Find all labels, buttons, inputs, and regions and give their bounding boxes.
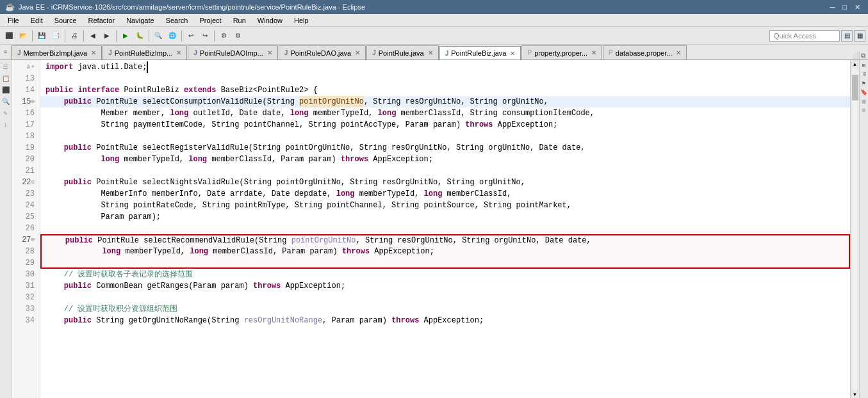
sidebar-icon-2[interactable]: 📋	[1, 74, 10, 83]
sidebar-right-icon5[interactable]: ▤	[860, 97, 868, 105]
toolbar-globe[interactable]: 🌐	[166, 29, 179, 42]
toolbar-layout1[interactable]: ▤	[841, 30, 853, 42]
toolbar-prev[interactable]: ◀	[86, 29, 99, 42]
java-icon2: J	[108, 49, 112, 56]
toolbar-layout2[interactable]: ▦	[854, 30, 865, 42]
title-bar: ☕ Java EE - iCRMService-1026/src/com/arm…	[0, 0, 868, 14]
toolbar-misc1[interactable]: ⚙	[217, 29, 230, 42]
line-num-15: 15⊖	[12, 96, 37, 107]
tab-close6[interactable]: ✕	[510, 50, 515, 57]
tab-close3[interactable]: ✕	[267, 49, 272, 56]
tab-property[interactable]: P property.proper... ✕	[521, 45, 602, 60]
restore-editor-btn[interactable]: ⧉	[861, 52, 865, 60]
sidebar-right-icon1[interactable]: ⊞	[860, 61, 868, 69]
toolbar-search[interactable]: 🔍	[152, 29, 165, 42]
code-line-23: MemberInfo memberInfo, Date arrdate, Dat…	[40, 188, 850, 200]
toolbar-save-all[interactable]: 📑	[49, 29, 62, 42]
toolbar-sep7	[214, 30, 215, 42]
code-line-16: Member member, long outletId, Date date,…	[40, 107, 850, 119]
line-num-34: 34	[12, 315, 37, 326]
sidebar-toggle[interactable]: ≡	[0, 45, 12, 60]
line-num-20: 20	[12, 154, 37, 165]
tab-close5[interactable]: ✕	[428, 49, 433, 56]
tab-pointruledao[interactable]: J PointRuleDAO.java ✕	[279, 45, 366, 60]
toolbar-new[interactable]: ⬛	[3, 29, 15, 42]
sidebar-icon-6[interactable]: ↕	[1, 120, 10, 129]
toolbar-save[interactable]: 💾	[35, 29, 48, 42]
tab-label3: PointRuleDAOImp...	[200, 49, 263, 57]
tab-pointrule[interactable]: J PointRule.java ✕	[366, 45, 439, 60]
code-line-29	[40, 257, 850, 269]
line-num-13: 13	[12, 73, 37, 84]
line-num-29: 29	[12, 257, 37, 269]
tab-close2[interactable]: ✕	[176, 49, 181, 56]
line-num-24: 24	[12, 200, 37, 211]
tab-bar: ≡ J MemberBizImpl.java ✕ J PointRuleBizI…	[0, 45, 868, 60]
title-bar-left: ☕ Java EE - iCRMService-1026/src/com/arm…	[5, 3, 365, 12]
code-editor[interactable]: import java.util.Date; public interface …	[40, 60, 850, 398]
tab-memberbizimp[interactable]: J MemberBizImpl.java ✕	[12, 45, 102, 60]
toolbar-sep3	[83, 30, 84, 42]
tab-close-memberbizimp[interactable]: ✕	[91, 49, 96, 56]
menu-help[interactable]: Help	[289, 15, 314, 26]
sidebar-right-icon2[interactable]: ⊟	[860, 70, 868, 78]
close-button[interactable]: ✕	[852, 3, 863, 12]
vertical-scrollbar[interactable]: ▲ ▼	[850, 60, 859, 398]
toolbar-sep4	[116, 30, 117, 42]
toolbar-run[interactable]: ▶	[119, 29, 132, 42]
tab-pointrulebiz[interactable]: J PointRuleBiz.java ✕	[439, 46, 521, 60]
menu-window[interactable]: Window	[252, 15, 288, 26]
sidebar-right-icon6[interactable]: ⚙	[860, 106, 868, 114]
line-num-23: 23	[12, 188, 37, 200]
scroll-down-btn[interactable]: ▼	[851, 390, 859, 398]
tab-close4[interactable]: ✕	[355, 49, 360, 56]
tab-pointrulebizimp[interactable]: J PointRuleBizImp... ✕	[102, 45, 187, 60]
sidebar-icon-1[interactable]: ☰	[1, 63, 10, 72]
java-icon5: J	[372, 49, 376, 56]
toolbar-undo[interactable]: ↩	[184, 29, 197, 42]
tab-close7[interactable]: ✕	[591, 49, 596, 56]
line-num-31: 31	[12, 280, 37, 292]
toolbar-print[interactable]: 🖨	[68, 29, 81, 42]
toolbar-next[interactable]: ▶	[101, 29, 113, 42]
menu-refactor[interactable]: Refactor	[83, 15, 120, 26]
menu-source[interactable]: Source	[49, 15, 82, 26]
sidebar-icon-4[interactable]: 🔍	[1, 97, 10, 106]
code-line-3: import java.util.Date;	[40, 61, 850, 73]
prop-icon: P	[527, 49, 532, 56]
menu-project[interactable]: Project	[194, 15, 226, 26]
toolbar-open[interactable]: 📂	[17, 29, 29, 42]
java-icon4: J	[284, 49, 288, 56]
sidebar-right-icon3[interactable]: ⚑	[860, 79, 868, 87]
tab-close8[interactable]: ✕	[676, 49, 681, 56]
menu-search[interactable]: Search	[161, 15, 193, 26]
line-num-22: 22⊖	[12, 177, 37, 188]
line-num-16: 16	[12, 107, 37, 119]
sidebar-icon-5[interactable]: ✎	[1, 109, 10, 118]
menu-navigate[interactable]: Navigate	[121, 15, 159, 26]
code-line-13	[40, 73, 850, 84]
sidebar-icon-3[interactable]: ⬛	[1, 86, 10, 95]
tab-pointruledaoimp[interactable]: J PointRuleDAOImp... ✕	[188, 45, 278, 60]
tab-database[interactable]: P database.proper... ✕	[603, 45, 687, 60]
toolbar-redo[interactable]: ↪	[199, 29, 211, 42]
tab-label8: database.proper...	[616, 49, 673, 57]
code-line-33: // 设置时获取积分资源组织范围	[40, 303, 850, 315]
scroll-track[interactable]	[852, 68, 858, 390]
sidebar-right-icon4[interactable]: 🔖	[860, 88, 868, 96]
toolbar-misc2[interactable]: ⚙	[231, 29, 244, 42]
toolbar-debug[interactable]: 🐛	[133, 29, 146, 42]
scroll-thumb[interactable]	[852, 75, 858, 100]
minimize-button[interactable]: ─	[828, 3, 838, 12]
menu-file[interactable]: File	[3, 15, 24, 26]
scroll-up-btn[interactable]: ▲	[851, 60, 859, 68]
line-num-33: 33	[12, 303, 37, 315]
title-bar-controls[interactable]: ─ □ ✕	[828, 3, 863, 12]
line-num-26: 26	[12, 223, 37, 234]
maximize-editor-btn[interactable]: ⬜	[852, 52, 860, 60]
menu-run[interactable]: Run	[228, 15, 251, 26]
quick-access-input[interactable]: Quick Access	[769, 30, 840, 42]
toolbar-sep6	[181, 30, 182, 42]
menu-edit[interactable]: Edit	[26, 15, 48, 26]
maximize-button[interactable]: □	[840, 3, 849, 12]
